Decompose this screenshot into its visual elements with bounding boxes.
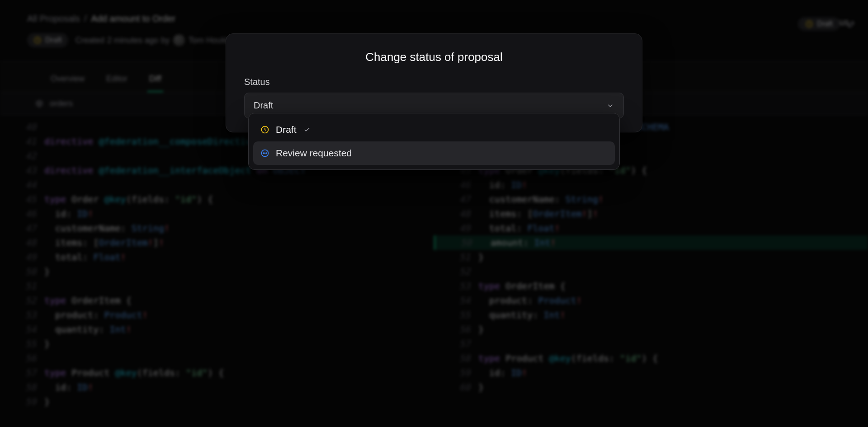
status-select-value: Draft [254,100,273,111]
status-field-label: Status [244,77,624,87]
svg-point-6 [266,153,267,154]
clock-icon [260,125,269,134]
review-icon [260,149,269,158]
svg-point-5 [264,153,265,154]
svg-point-4 [263,153,264,154]
check-icon [303,126,311,134]
status-option-draft[interactable]: Draft [253,118,615,141]
status-option-review-requested[interactable]: Review requested [253,141,615,165]
modal-title: Change status of proposal [244,50,624,64]
status-dropdown: Draft Review requested [248,113,620,170]
status-option-review-label: Review requested [276,148,352,159]
status-option-draft-label: Draft [276,124,297,135]
chevron-down-icon [606,102,614,110]
